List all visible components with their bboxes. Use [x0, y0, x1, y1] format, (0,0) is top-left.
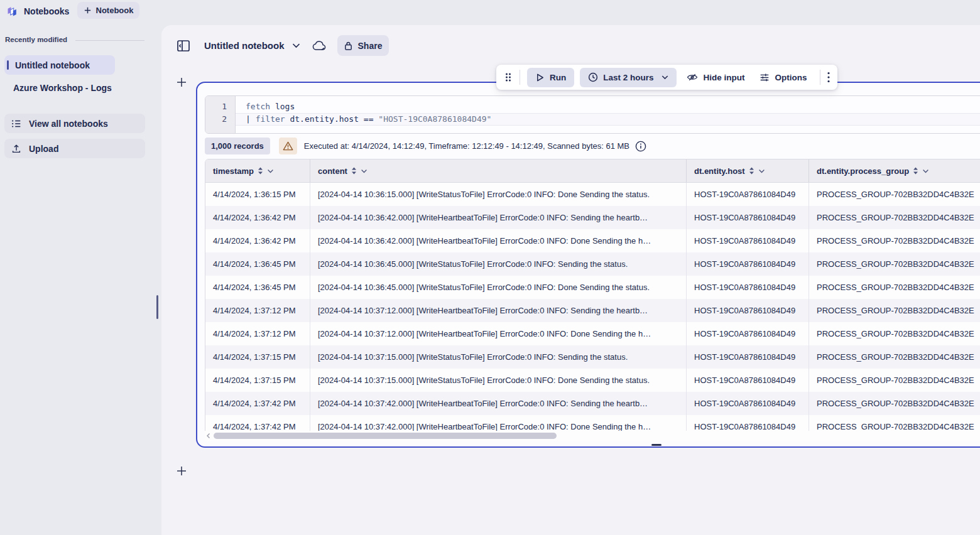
- add-cell-button[interactable]: [177, 466, 187, 476]
- cell-dt.entity.process_group: PROCESS_GROUP-702BB32DD4C4B32E: [809, 183, 980, 206]
- execution-summary: Executed at: 4/14/2024, 14:12:49, Timefr…: [304, 141, 629, 151]
- cell-content: [2024-04-14 10:36:45.000] [WriteStatusTo…: [310, 276, 687, 299]
- cell-dt.entity.host: HOST-19C0A87861084D49: [687, 392, 809, 415]
- warning-badge[interactable]: [279, 138, 297, 154]
- cell-content: [2024-04-14 10:36:15.000] [WriteStatusTo…: [310, 183, 687, 206]
- sidebar: Notebooks Notebook Recently modified Unt…: [0, 0, 161, 535]
- more-options-icon[interactable]: [827, 72, 830, 83]
- table-row[interactable]: 4/14/2024, 1:37:15 PM[2024-04-14 10:37:1…: [205, 345, 980, 369]
- cloud-sync-icon: [312, 40, 327, 51]
- chevron-down-icon[interactable]: [292, 43, 300, 48]
- divider: [820, 70, 820, 85]
- sort-icon[interactable]: [351, 167, 357, 175]
- upload-icon: [11, 143, 22, 154]
- options-button[interactable]: Options: [753, 72, 813, 83]
- horizontal-scrollbar[interactable]: [205, 431, 980, 441]
- cell-dt.entity.process_group: PROCESS_GROUP-702BB32DD4C4B32E: [809, 252, 980, 276]
- table-header: timestampcontentdt.entity.hostdt.entity.…: [205, 159, 980, 183]
- collapse-sidebar-icon[interactable]: [177, 39, 190, 53]
- table-row[interactable]: 4/14/2024, 1:36:45 PM[2024-04-14 10:36:4…: [205, 276, 980, 299]
- table-body: 4/14/2024, 1:36:15 PM[2024-04-14 10:36:1…: [205, 183, 980, 438]
- table-row[interactable]: 4/14/2024, 1:36:45 PM[2024-04-14 10:36:4…: [205, 252, 980, 276]
- sort-icon[interactable]: [749, 167, 754, 175]
- cell-timestamp: 4/14/2024, 1:36:45 PM: [205, 276, 310, 299]
- sliders-icon: [759, 72, 770, 83]
- sort-icon[interactable]: [258, 167, 263, 175]
- chevron-down-icon[interactable]: [361, 169, 368, 173]
- cell-dt.entity.process_group: PROCESS_GROUP-702BB32DD4C4B32E: [809, 345, 980, 369]
- app: Notebooks Notebook Recently modified Unt…: [0, 0, 980, 535]
- scrollbar-thumb[interactable]: [214, 433, 557, 439]
- share-button[interactable]: Share: [337, 35, 389, 56]
- play-icon: [535, 73, 545, 82]
- app-title: Notebooks: [24, 6, 69, 16]
- view-all-notebooks-button[interactable]: View all notebooks: [4, 114, 145, 133]
- sort-icon[interactable]: [913, 167, 918, 175]
- table-row[interactable]: 4/14/2024, 1:37:12 PM[2024-04-14 10:37:1…: [205, 299, 980, 322]
- cell-timestamp: 4/14/2024, 1:37:12 PM: [205, 299, 310, 322]
- column-header-content[interactable]: content: [310, 159, 687, 182]
- drag-handle-icon[interactable]: [504, 72, 513, 83]
- cell-dt.entity.process_group: PROCESS_GROUP-702BB32DD4C4B32E: [809, 369, 980, 392]
- table-row[interactable]: 4/14/2024, 1:37:15 PM[2024-04-14 10:37:1…: [205, 369, 980, 392]
- hide-input-button[interactable]: Hide input: [680, 71, 751, 84]
- cell-content: [2024-04-14 10:37:15.000] [WriteStatusTo…: [310, 345, 687, 369]
- chevron-down-icon[interactable]: [267, 169, 274, 173]
- table-row[interactable]: 4/14/2024, 1:36:42 PM[2024-04-14 10:36:4…: [205, 206, 980, 229]
- column-header-timestamp[interactable]: timestamp: [205, 159, 310, 182]
- cell-dt.entity.host: HOST-19C0A87861084D49: [687, 345, 809, 369]
- column-header-dt.entity.host[interactable]: dt.entity.host: [687, 159, 809, 182]
- cell-dt.entity.host: HOST-19C0A87861084D49: [687, 322, 809, 345]
- cell-content: [2024-04-14 10:37:12.000] [WriteHeartbea…: [310, 322, 687, 345]
- cell-timestamp: 4/14/2024, 1:37:15 PM: [205, 345, 310, 369]
- scroll-left-icon[interactable]: [206, 433, 211, 439]
- line-numbers: 1 2: [205, 96, 236, 133]
- column-header-dt.entity.process_group[interactable]: dt.entity.process_group: [809, 159, 980, 182]
- cell-resize-handle[interactable]: [651, 444, 662, 446]
- cell-dt.entity.host: HOST-19C0A87861084D49: [687, 299, 809, 322]
- divider: [520, 70, 520, 85]
- table-row[interactable]: 4/14/2024, 1:36:15 PM[2024-04-14 10:36:1…: [205, 183, 980, 206]
- table-row[interactable]: 4/14/2024, 1:37:12 PM[2024-04-14 10:37:1…: [205, 322, 980, 345]
- sidebar-item-untitled-notebook[interactable]: Untitled notebook: [4, 55, 115, 75]
- info-icon[interactable]: [635, 141, 646, 152]
- cell-timestamp: 4/14/2024, 1:37:15 PM: [205, 369, 310, 392]
- add-cell-button[interactable]: [177, 77, 187, 87]
- divider: [75, 40, 144, 41]
- notebook-title[interactable]: Untitled notebook: [204, 40, 285, 51]
- dql-query[interactable]: fetch logs | filter dt.entity.host == "H…: [236, 96, 980, 133]
- chevron-down-icon[interactable]: [758, 169, 765, 173]
- notebook-cell[interactable]: 1 2 fetch logs | filter dt.entity.host =…: [196, 82, 980, 448]
- results-table: timestampcontentdt.entity.hostdt.entity.…: [205, 159, 980, 440]
- new-notebook-button[interactable]: Notebook: [77, 2, 139, 19]
- cell-dt.entity.host: HOST-19C0A87861084D49: [687, 206, 809, 229]
- run-button[interactable]: Run: [527, 68, 574, 87]
- warning-icon: [283, 141, 293, 151]
- lock-icon: [344, 41, 353, 51]
- table-row[interactable]: 4/14/2024, 1:37:42 PM[2024-04-14 10:37:4…: [205, 392, 980, 415]
- cell-content: [2024-04-14 10:37:42.000] [WriteHeartbea…: [310, 392, 687, 415]
- timeframe-selector[interactable]: Last 2 hours: [580, 68, 676, 87]
- chevron-down-icon: [662, 75, 668, 80]
- sidebar-resize-handle[interactable]: [156, 295, 158, 319]
- sidebar-item-azure-workshop-logs[interactable]: Azure Workshop - Logs: [13, 83, 112, 93]
- cell-content: [2024-04-14 10:36:45.000] [WriteStatusTo…: [310, 252, 687, 276]
- table-row[interactable]: 4/14/2024, 1:36:42 PM[2024-04-14 10:36:4…: [205, 229, 980, 252]
- chevron-down-icon[interactable]: [922, 169, 929, 173]
- cell-dt.entity.host: HOST-19C0A87861084D49: [687, 183, 809, 206]
- cell-dt.entity.host: HOST-19C0A87861084D49: [687, 229, 809, 252]
- dql-editor[interactable]: 1 2 fetch logs | filter dt.entity.host =…: [205, 95, 980, 134]
- cell-toolbar: Run Last 2 hours Hide input: [496, 65, 837, 90]
- notebook-header: Untitled notebook Share: [177, 35, 389, 56]
- cell-content: [2024-04-14 10:37:12.000] [WriteHeartbea…: [310, 299, 687, 322]
- selected-indicator: [7, 60, 9, 70]
- cell-dt.entity.host: HOST-19C0A87861084D49: [687, 252, 809, 276]
- cell-dt.entity.process_group: PROCESS_GROUP-702BB32DD4C4B32E: [809, 206, 980, 229]
- cell-content: [2024-04-14 10:37:15.000] [WriteStatusTo…: [310, 369, 687, 392]
- cell-dt.entity.process_group: PROCESS_GROUP-702BB32DD4C4B32E: [809, 322, 980, 345]
- results-bar: 1,000 records Executed at: 4/14/2024, 14…: [205, 138, 646, 154]
- upload-button[interactable]: Upload: [4, 139, 145, 158]
- cell-timestamp: 4/14/2024, 1:37:12 PM: [205, 322, 310, 345]
- cell-timestamp: 4/14/2024, 1:36:15 PM: [205, 183, 310, 206]
- cell-dt.entity.process_group: PROCESS_GROUP-702BB32DD4C4B32E: [809, 229, 980, 252]
